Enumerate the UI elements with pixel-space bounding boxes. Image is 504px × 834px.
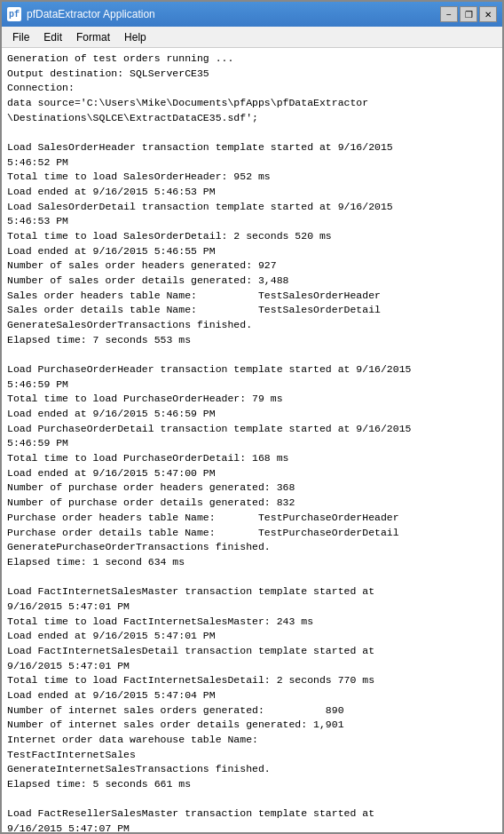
- menu-item-file[interactable]: File: [5, 29, 36, 45]
- menu-item-help[interactable]: Help: [117, 29, 154, 45]
- window-controls: − ❐ ✕: [440, 6, 497, 22]
- window-title: pfDataExtractor Application: [27, 8, 155, 20]
- close-button[interactable]: ✕: [479, 6, 497, 22]
- restore-button[interactable]: ❐: [460, 6, 477, 22]
- menu-item-edit[interactable]: Edit: [36, 29, 69, 45]
- menu-item-format[interactable]: Format: [69, 29, 117, 45]
- app-icon: pf: [7, 7, 21, 21]
- title-bar: pf pfDataExtractor Application − ❐ ✕: [2, 2, 502, 27]
- title-bar-left: pf pfDataExtractor Application: [7, 7, 155, 21]
- menu-bar: FileEditFormatHelp: [2, 27, 502, 48]
- minimize-button[interactable]: −: [440, 6, 458, 22]
- main-window: pf pfDataExtractor Application − ❐ ✕ Fil…: [0, 0, 504, 834]
- output-content: Generation of test orders running ... Ou…: [2, 48, 502, 832]
